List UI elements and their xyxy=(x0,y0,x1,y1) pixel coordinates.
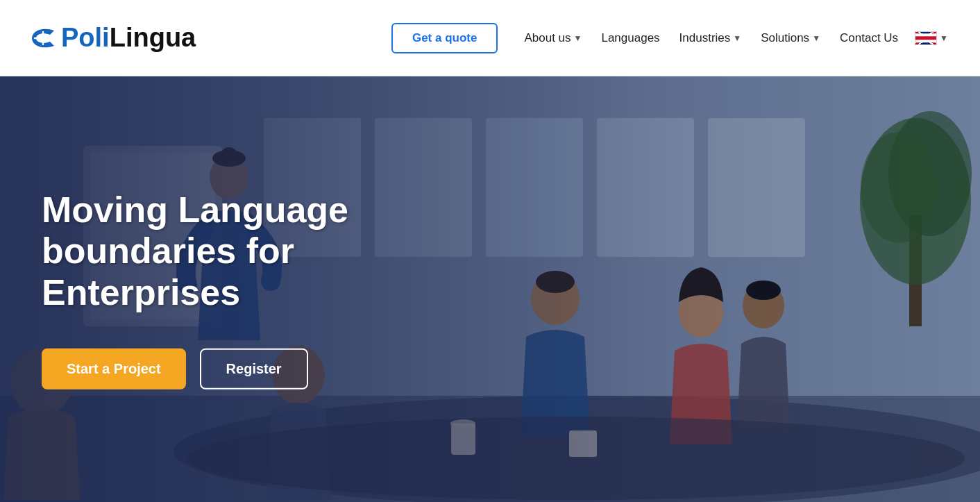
site-logo[interactable]: PoliLingua xyxy=(28,23,196,53)
hero-title: Moving Language boundaries for Enterpris… xyxy=(42,189,416,313)
nav-item-languages[interactable]: Languages xyxy=(594,27,666,49)
nav-item-about-us[interactable]: About us ▼ xyxy=(517,27,589,49)
nav-item-industries[interactable]: Industries ▼ xyxy=(673,27,749,49)
hero-buttons: Start a Project Register xyxy=(42,349,416,390)
nav-label-about-us: About us xyxy=(524,31,571,45)
start-project-button[interactable]: Start a Project xyxy=(42,349,186,390)
uk-flag-icon xyxy=(915,31,937,45)
nav-label-solutions: Solutions xyxy=(761,31,809,45)
hero-section: Moving Language boundaries for Enterpris… xyxy=(0,76,980,502)
logo-lingua-text: Lingua xyxy=(110,23,196,53)
nav-label-contact-us: Contact Us xyxy=(840,31,898,45)
hero-title-line2: boundaries for Enterprises xyxy=(42,231,294,312)
nav-label-languages: Languages xyxy=(601,31,659,45)
nav-item-solutions[interactable]: Solutions ▼ xyxy=(754,27,827,49)
chevron-down-icon: ▼ xyxy=(812,33,820,43)
logo-poli-text: Poli xyxy=(61,23,110,53)
nav-item-contact-us[interactable]: Contact Us xyxy=(833,27,905,49)
chevron-down-icon: ▼ xyxy=(733,33,741,43)
main-nav: Get a quote About us ▼ Languages Industr… xyxy=(391,23,952,53)
site-header: PoliLingua Get a quote About us ▼ Langua… xyxy=(0,0,980,76)
get-quote-button[interactable]: Get a quote xyxy=(391,23,498,53)
language-selector[interactable]: ▼ xyxy=(911,28,952,48)
logo-icon xyxy=(28,25,58,51)
chevron-down-icon: ▼ xyxy=(574,33,582,43)
hero-content: Moving Language boundaries for Enterpris… xyxy=(14,175,444,403)
hero-title-line1: Moving Language xyxy=(42,189,348,229)
register-button[interactable]: Register xyxy=(200,349,308,390)
nav-label-industries: Industries xyxy=(679,31,731,45)
language-chevron-icon: ▼ xyxy=(940,33,948,43)
